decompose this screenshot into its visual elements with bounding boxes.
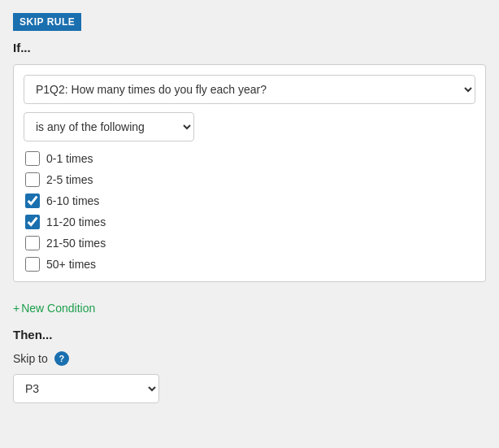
checkbox-label-6-10-times[interactable]: 6-10 times [46,194,99,207]
list-item: 6-10 times [25,194,475,208]
checkbox-label-21-50-times[interactable]: 21-50 times [46,237,106,250]
list-item: 0-1 times [25,151,475,166]
condition-type-select[interactable]: is any of the following is none of the f… [24,112,194,141]
checkbox-6-10-times[interactable] [25,194,40,208]
checkbox-label-0-1-times[interactable]: 0-1 times [46,152,93,165]
if-section-label: If... [13,41,486,54]
checkbox-21-50-times[interactable] [25,236,40,250]
skip-to-row: Skip to ? [13,351,486,366]
skip-to-select[interactable]: P3 P1 P2 P4 End of Survey [13,374,159,403]
plus-icon: + [13,302,20,315]
then-section: Then... Skip to ? P3 P1 P2 P4 End of Sur… [13,328,486,403]
list-item: 21-50 times [25,236,475,250]
checkbox-label-11-20-times[interactable]: 11-20 times [46,215,106,228]
checkbox-list: 0-1 times 2-5 times 6-10 times 11-20 tim… [25,151,475,272]
list-item: 50+ times [25,257,475,272]
question-select[interactable]: P1Q2: How many times do you fly each yea… [24,75,475,104]
checkbox-label-50-plus-times[interactable]: 50+ times [46,258,96,271]
checkbox-label-2-5-times[interactable]: 2-5 times [46,173,93,186]
checkbox-2-5-times[interactable] [25,172,40,187]
help-icon[interactable]: ? [54,351,69,366]
list-item: 11-20 times [25,215,475,229]
checkbox-0-1-times[interactable] [25,151,40,166]
checkbox-11-20-times[interactable] [25,215,40,229]
new-condition-label: New Condition [21,302,95,315]
new-condition-link[interactable]: + New Condition [13,302,95,315]
checkbox-50-plus-times[interactable] [25,257,40,272]
condition-block: P1Q2: How many times do you fly each yea… [13,64,486,282]
list-item: 2-5 times [25,172,475,187]
then-section-label: Then... [13,328,486,341]
skip-rule-badge: SKIP RULE [13,13,81,31]
skip-to-label: Skip to [13,352,48,365]
